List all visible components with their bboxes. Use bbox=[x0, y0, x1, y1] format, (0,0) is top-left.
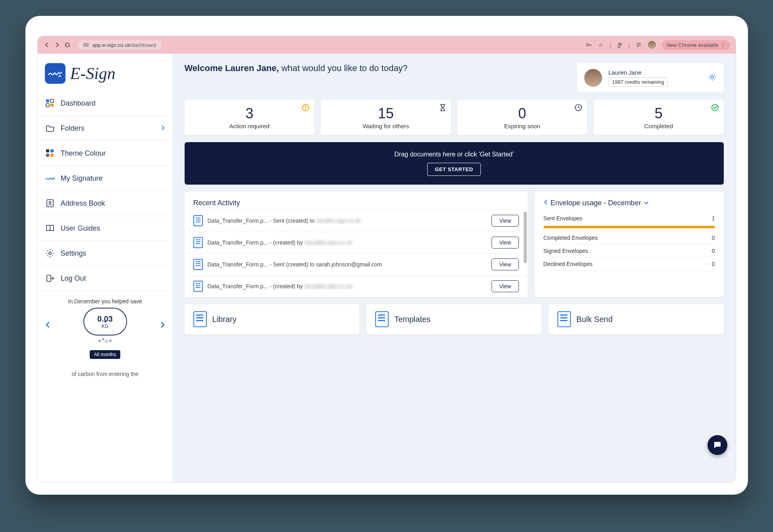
addressbook-icon bbox=[45, 198, 55, 208]
url-domain: app.e-sign.co.uk bbox=[93, 42, 130, 48]
theme-icon bbox=[45, 148, 55, 158]
all-months-badge[interactable]: All months bbox=[90, 350, 120, 359]
cloud-bubbles-icon: ∘°○∘ bbox=[98, 337, 112, 345]
carbon-unit: KG bbox=[102, 324, 108, 329]
sidebar-item-label: Theme Colour bbox=[61, 149, 106, 158]
sidebar: E-Sign Dashboard Folders bbox=[38, 54, 173, 482]
tile-templates[interactable]: Templates bbox=[366, 304, 542, 334]
svg-rect-16 bbox=[47, 275, 51, 281]
dropzone[interactable]: Drag documents here or click 'Get Starte… bbox=[185, 142, 724, 185]
hourglass-icon bbox=[439, 104, 446, 113]
sidebar-item-settings[interactable]: Settings bbox=[38, 241, 173, 266]
key-icon[interactable] bbox=[586, 42, 592, 48]
view-button[interactable]: View bbox=[492, 280, 519, 292]
menu-dots-icon: ⋮ bbox=[720, 42, 725, 48]
sidebar-item-dashboard[interactable]: Dashboard bbox=[38, 91, 173, 116]
stat-number: 3 bbox=[190, 105, 309, 122]
gear-icon bbox=[45, 248, 55, 258]
usage-label: Sent Envelopes bbox=[544, 215, 582, 222]
get-started-button[interactable]: GET STARTED bbox=[427, 163, 480, 176]
stat-card[interactable]: 3 Action required bbox=[185, 100, 315, 135]
logout-icon bbox=[45, 273, 55, 283]
url-bar[interactable]: app.e-sign.co.uk/dashboard bbox=[77, 40, 162, 50]
sidebar-item-label: My Signature bbox=[61, 174, 103, 183]
user-name: Lauren Jane bbox=[609, 69, 702, 76]
extensions-icon[interactable] bbox=[617, 42, 623, 48]
sidebar-item-label: Settings bbox=[61, 249, 87, 258]
reload-icon[interactable] bbox=[64, 41, 71, 48]
document-icon bbox=[193, 259, 203, 270]
main-content: Welcome Lauren Jane, what would you like… bbox=[173, 54, 736, 482]
svg-point-14 bbox=[49, 202, 51, 204]
svg-rect-7 bbox=[50, 99, 54, 102]
tile-label: Bulk Send bbox=[576, 315, 613, 324]
sidebar-item-theme[interactable]: Theme Colour bbox=[38, 141, 173, 166]
sidebar-item-logout[interactable]: Log Out bbox=[38, 266, 173, 291]
avatar[interactable] bbox=[584, 69, 602, 87]
tile-label: Library bbox=[212, 315, 237, 324]
folder-icon bbox=[45, 123, 55, 133]
dashboard-icon bbox=[45, 98, 55, 108]
user-settings-icon[interactable] bbox=[708, 73, 717, 83]
view-button[interactable]: View bbox=[492, 237, 519, 249]
tile-library[interactable]: Library bbox=[185, 304, 360, 334]
usage-dropdown-icon[interactable] bbox=[644, 199, 649, 207]
carbon-value: 0.03 bbox=[97, 314, 113, 324]
stat-card[interactable]: 0 Expiring soon bbox=[457, 100, 588, 135]
svg-point-4 bbox=[586, 44, 589, 46]
svg-point-15 bbox=[49, 252, 51, 254]
usage-label: Signed Envelopes bbox=[544, 248, 588, 254]
carbon-next-icon[interactable] bbox=[160, 321, 166, 331]
sidebar-item-folders[interactable]: Folders bbox=[38, 116, 173, 141]
user-card: Lauren Jane 1987 credits remaining bbox=[577, 63, 724, 93]
welcome-text: Welcome Lauren Jane, what would you like… bbox=[185, 63, 408, 73]
forward-icon[interactable] bbox=[54, 41, 61, 48]
bulksend-icon bbox=[557, 311, 571, 327]
profile-avatar-icon[interactable] bbox=[648, 40, 656, 49]
view-button[interactable]: View bbox=[492, 215, 519, 227]
stat-number: 15 bbox=[326, 105, 445, 122]
book-icon bbox=[45, 223, 55, 233]
usage-row: Sent Envelopes1 bbox=[544, 212, 715, 225]
tile-bulk-send[interactable]: Bulk Send bbox=[549, 304, 724, 334]
stat-label: Completed bbox=[599, 123, 718, 129]
usage-prev-icon[interactable] bbox=[544, 199, 548, 207]
stat-card[interactable]: 15 Waiting for others bbox=[321, 100, 451, 135]
scrollbar[interactable] bbox=[524, 212, 527, 293]
svg-rect-5 bbox=[46, 99, 49, 102]
svg-rect-1 bbox=[87, 43, 89, 44]
logo-icon bbox=[45, 63, 66, 84]
stat-card[interactable]: 5 Completed bbox=[594, 100, 724, 135]
url-path: /dashboard bbox=[130, 42, 156, 48]
svg-rect-11 bbox=[46, 154, 49, 157]
templates-icon bbox=[375, 311, 389, 327]
stats-row: 3 Action required 15 Waiting for others … bbox=[185, 100, 724, 135]
sidebar-item-addressbook[interactable]: Address Book bbox=[38, 191, 173, 216]
chrome-update-button[interactable]: New Chrome available ⋮ bbox=[662, 40, 730, 50]
carbon-intro: In December you helped save bbox=[45, 298, 166, 305]
reading-list-icon[interactable] bbox=[636, 42, 642, 48]
usage-row: Declined Envelopes0 bbox=[544, 258, 715, 271]
envelope-usage: Envelope usage - December Sent Envelopes… bbox=[535, 192, 724, 297]
view-button[interactable]: View bbox=[492, 258, 519, 270]
bookmark-icon[interactable]: ☆ bbox=[598, 42, 604, 48]
sidebar-item-label: User Guides bbox=[61, 224, 100, 233]
sidebar-item-userguides[interactable]: User Guides bbox=[38, 216, 173, 241]
chevron-right-icon bbox=[160, 124, 166, 133]
check-icon bbox=[711, 104, 719, 113]
sidebar-item-signature[interactable]: My Signature bbox=[38, 166, 173, 191]
sidebar-item-label: Dashboard bbox=[61, 99, 96, 108]
stat-number: 5 bbox=[599, 105, 718, 122]
activity-row: Data_Transfer_Form.p... - (created) by l… bbox=[185, 275, 528, 297]
usage-row: Completed Envelopes0 bbox=[544, 231, 715, 245]
back-icon[interactable] bbox=[43, 41, 50, 48]
usage-value: 0 bbox=[712, 248, 715, 254]
tile-label: Templates bbox=[394, 315, 430, 324]
usage-bar bbox=[544, 226, 715, 228]
carbon-prev-icon[interactable] bbox=[45, 321, 50, 331]
svg-rect-9 bbox=[46, 149, 49, 152]
chat-fab[interactable] bbox=[707, 435, 727, 455]
svg-rect-2 bbox=[84, 45, 86, 46]
sidebar-item-label: Log Out bbox=[61, 274, 86, 283]
signature-icon bbox=[45, 173, 55, 183]
